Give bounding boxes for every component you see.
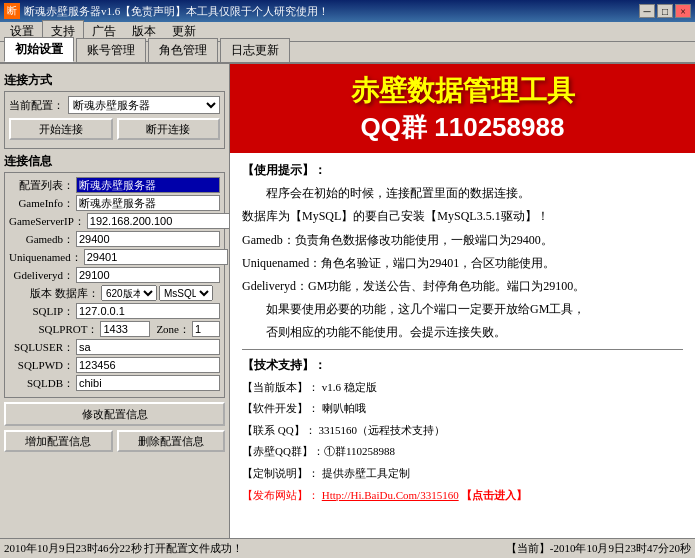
disconnect-button[interactable]: 断开连接 — [117, 118, 221, 140]
sqldb-label: SQLDB： — [9, 376, 74, 391]
sqlpwd-label: SQLPWD： — [9, 358, 74, 373]
tab-bar: 初始设置 账号管理 角色管理 日志更新 — [0, 42, 695, 64]
left-panel: 连接方式 当前配置： 断魂赤壁服务器 开始连接 断开连接 连接信息 配置列表： … — [0, 64, 230, 538]
usage-line-2: Gamedb：负责角色数据修改功能使用，一般端口为29400。 — [242, 231, 683, 250]
status-right-text: 【当前】-2010年10月9日23时47分20秒 — [506, 541, 691, 556]
uniquenamed-label: Uniquenamed： — [9, 250, 82, 265]
status-bar: 2010年10月9日23时46分22秒 打开配置文件成功！ 【当前】-2010年… — [0, 538, 695, 558]
connection-info-label: 连接信息 — [4, 153, 225, 170]
game-server-ip-label: GameServerIP： — [9, 214, 85, 229]
add-config-button[interactable]: 增加配置信息 — [4, 430, 113, 452]
version-select[interactable]: 620版本 — [101, 285, 157, 301]
sqldb-input[interactable] — [76, 375, 220, 391]
current-config-dropdown[interactable]: 断魂赤壁服务器 — [68, 96, 220, 114]
sqlport-input[interactable] — [100, 321, 150, 337]
app-icon: 断 — [4, 3, 20, 19]
game-info-row: GameInfo： — [9, 195, 220, 211]
delete-config-button[interactable]: 删除配置信息 — [117, 430, 226, 452]
game-info-label: GameInfo： — [9, 196, 74, 211]
banner-title: 赤壁数据管理工具 — [246, 72, 679, 110]
main-content: 连接方式 当前配置： 断魂赤壁服务器 开始连接 断开连接 连接信息 配置列表： … — [0, 64, 695, 538]
qq-row: 【联系 QQ】： 3315160（远程技术支持） — [242, 422, 683, 440]
game-info-input[interactable] — [76, 195, 220, 211]
right-content: 【使用提示】： 程序会在初始的时候，连接配置里面的数据连接。 数据库为【MySQ… — [230, 153, 695, 538]
site-value[interactable]: Http://Hi.BaiDu.Com/3315160 — [322, 489, 459, 501]
gamedb-label: Gamedb： — [9, 232, 74, 247]
connect-buttons-row: 开始连接 断开连接 — [9, 118, 220, 140]
uniquenamed-input[interactable] — [84, 249, 228, 265]
sqlip-input[interactable] — [76, 303, 220, 319]
gamedb-input[interactable] — [76, 231, 220, 247]
connection-type-box: 当前配置： 断魂赤壁服务器 开始连接 断开连接 — [4, 91, 225, 149]
divider — [242, 349, 683, 350]
db-type-select[interactable]: MsSQL库 — [159, 285, 213, 301]
uniquenamed-row: Uniquenamed： — [9, 249, 220, 265]
current-config-row: 当前配置： 断魂赤壁服务器 — [9, 96, 220, 114]
status-left-text: 2010年10月9日23时46分22秒 打开配置文件成功！ — [4, 541, 243, 556]
current-config-label: 当前配置： — [9, 98, 64, 113]
dev-row: 【软件开发】： 喇叭帕哦 — [242, 400, 683, 418]
usage-line-0: 程序会在初始的时候，连接配置里面的数据连接。 — [242, 184, 683, 203]
connection-info-box: 配置列表： GameInfo： GameServerIP： Gamedb： Un… — [4, 172, 225, 398]
usage-line-6: 否则相应的功能不能使用。会提示连接失败。 — [242, 323, 683, 342]
tab-initial-settings[interactable]: 初始设置 — [4, 37, 74, 62]
tab-log-update[interactable]: 日志更新 — [220, 38, 290, 62]
version-db-row: 版本 数据库： 620版本 MsSQL库 — [9, 285, 220, 301]
modify-config-button[interactable]: 修改配置信息 — [4, 402, 225, 426]
custom-row: 【定制说明】： 提供赤壁工具定制 — [242, 465, 683, 483]
usage-line-1: 数据库为【MySQL】的要自己安装【MySQL3.5.1驱动】！ — [242, 207, 683, 226]
config-list-label: 配置列表： — [9, 178, 74, 193]
banner-qq: QQ群 110258988 — [246, 110, 679, 145]
game-server-ip-row: GameServerIP： — [9, 213, 220, 229]
sqldb-row: SQLDB： — [9, 375, 220, 391]
sqlip-label: SQLIP： — [9, 304, 74, 319]
gdeliveryd-input[interactable] — [76, 267, 220, 283]
game-server-ip-input[interactable] — [87, 213, 230, 229]
add-delete-buttons: 增加配置信息 删除配置信息 — [4, 430, 225, 452]
sqluser-label: SQLUSER： — [9, 340, 74, 355]
usage-line-5: 如果要使用必要的功能，这几个端口一定要开放给GM工具， — [242, 300, 683, 319]
sqluser-input[interactable] — [76, 339, 220, 355]
version-label: 版本 数据库： — [9, 286, 99, 301]
close-button[interactable]: × — [675, 4, 691, 18]
config-list-input[interactable] — [76, 177, 220, 193]
sqlip-row: SQLIP： — [9, 303, 220, 319]
sqlpwd-row: SQLPWD： — [9, 357, 220, 373]
title-bar-left: 断 断魂赤壁服务器v1.6【免责声明】本工具仅限于个人研究使用！ — [4, 3, 329, 19]
config-list-row: 配置列表： — [9, 177, 220, 193]
right-panel: 赤壁数据管理工具 QQ群 110258988 【使用提示】： 程序会在初始的时候… — [230, 64, 695, 538]
tab-role-management[interactable]: 角色管理 — [148, 38, 218, 62]
sqluser-row: SQLUSER： — [9, 339, 220, 355]
banner: 赤壁数据管理工具 QQ群 110258988 — [230, 64, 695, 153]
connection-section-label: 连接方式 — [4, 72, 225, 89]
site-link[interactable]: 【点击进入】 — [461, 489, 527, 501]
gamedb-row: Gamedb： — [9, 231, 220, 247]
chibi-qq-row: 【赤壁QQ群】：①群110258988 — [242, 443, 683, 461]
usage-line-4: Gdeliveryd：GM功能，发送公告、封停角色功能。端口为29100。 — [242, 277, 683, 296]
sqlport-row: SQLPROT： Zone： — [9, 321, 220, 337]
minimize-button[interactable]: ─ — [639, 4, 655, 18]
zone-label: Zone： — [156, 322, 190, 337]
title-text: 断魂赤壁服务器v1.6【免责声明】本工具仅限于个人研究使用！ — [24, 4, 329, 19]
gdeliveryd-label: Gdeliveryd： — [9, 268, 74, 283]
connect-button[interactable]: 开始连接 — [9, 118, 113, 140]
window-controls: ─ □ × — [639, 4, 691, 18]
site-label: 【发布网站】： — [242, 489, 319, 501]
gdeliveryd-row: Gdeliveryd： — [9, 267, 220, 283]
sqlpwd-input[interactable] — [76, 357, 220, 373]
title-bar: 断 断魂赤壁服务器v1.6【免责声明】本工具仅限于个人研究使用！ ─ □ × — [0, 0, 695, 22]
usage-title: 【使用提示】： — [242, 161, 683, 180]
version-row: 【当前版本】： v1.6 稳定版 — [242, 379, 683, 397]
tab-account-management[interactable]: 账号管理 — [76, 38, 146, 62]
tech-section: 【技术支持】： 【当前版本】： v1.6 稳定版 【软件开发】： 喇叭帕哦 【联… — [242, 356, 683, 505]
zone-input[interactable] — [192, 321, 220, 337]
site-row: 【发布网站】： Http://Hi.BaiDu.Com/3315160 【点击进… — [242, 487, 683, 505]
sqlport-label: SQLPROT： — [9, 322, 98, 337]
tech-title: 【技术支持】： — [242, 356, 683, 375]
maximize-button[interactable]: □ — [657, 4, 673, 18]
usage-line-3: Uniquenamed：角色名验证，端口为29401，合区功能使用。 — [242, 254, 683, 273]
